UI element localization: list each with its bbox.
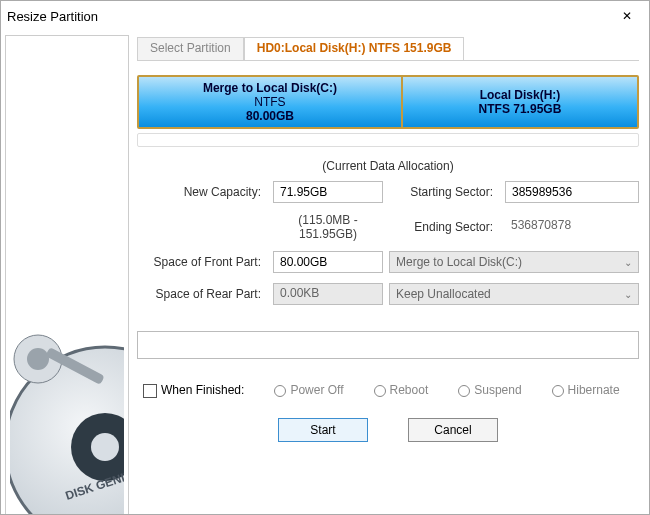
- rear-part-label: Space of Rear Part:: [137, 287, 267, 301]
- starting-sector-input[interactable]: [505, 181, 639, 203]
- front-part-select-value: Merge to Local Disk(C:): [396, 255, 522, 269]
- start-button[interactable]: Start: [278, 418, 368, 442]
- button-row: Start Cancel: [137, 418, 639, 442]
- new-capacity-input[interactable]: [273, 181, 383, 203]
- new-capacity-label: New Capacity:: [137, 185, 267, 199]
- rear-part-value: 0.00KB: [273, 283, 383, 305]
- svg-point-3: [91, 433, 119, 461]
- partition-left-line3: 80.00GB: [246, 109, 294, 123]
- partition-left-line2: NTFS: [254, 95, 285, 109]
- when-finished-label: When Finished:: [161, 383, 244, 397]
- radio-poweroff[interactable]: Power Off: [274, 383, 343, 397]
- cancel-button[interactable]: Cancel: [408, 418, 498, 442]
- status-bar: [137, 331, 639, 359]
- allocation-heading: (Current Data Allocation): [137, 159, 639, 173]
- starting-sector-label: Starting Sector:: [389, 185, 499, 199]
- fields-grid: New Capacity: Starting Sector: (115.0MB …: [137, 181, 639, 305]
- when-finished-row: When Finished: Power Off Reboot Suspend …: [137, 383, 639, 398]
- front-part-label: Space of Front Part:: [137, 255, 267, 269]
- chevron-down-icon: ⌄: [624, 289, 632, 300]
- svg-point-6: [27, 348, 49, 370]
- partition-bar[interactable]: Merge to Local Disk(C:) NTFS 80.00GB Loc…: [137, 75, 639, 129]
- body: DISK GENIUS Select Partition HD0:Local D…: [1, 31, 649, 514]
- front-part-input[interactable]: [273, 251, 383, 273]
- titlebar: Resize Partition ✕: [1, 1, 649, 31]
- ending-sector-value: 536870878: [505, 216, 639, 238]
- front-part-select[interactable]: Merge to Local Disk(C:) ⌄: [389, 251, 639, 273]
- radio-reboot[interactable]: Reboot: [374, 383, 429, 397]
- main-panel: Select Partition HD0:Local Disk(H:) NTFS…: [133, 31, 649, 514]
- sidebar: DISK GENIUS: [5, 35, 129, 515]
- close-button[interactable]: ✕: [611, 4, 643, 28]
- partition-right-line2: NTFS 71.95GB: [479, 102, 562, 116]
- partition-left-line1: Merge to Local Disk(C:): [203, 81, 337, 95]
- radio-hibernate[interactable]: Hibernate: [552, 383, 620, 397]
- when-finished-checkbox[interactable]: When Finished:: [143, 383, 244, 398]
- partition-merge-c[interactable]: Merge to Local Disk(C:) NTFS 80.00GB: [139, 77, 403, 127]
- rear-part-select-value: Keep Unallocated: [396, 287, 491, 301]
- tab-bar: Select Partition HD0:Local Disk(H:) NTFS…: [137, 37, 639, 61]
- partition-right-line1: Local Disk(H:): [480, 88, 561, 102]
- radio-suspend[interactable]: Suspend: [458, 383, 521, 397]
- ending-sector-label: Ending Sector:: [389, 220, 499, 234]
- window-title: Resize Partition: [7, 9, 98, 24]
- rear-part-select[interactable]: Keep Unallocated ⌄: [389, 283, 639, 305]
- capacity-range-hint: (115.0MB - 151.95GB): [273, 213, 383, 241]
- chevron-down-icon: ⌄: [624, 257, 632, 268]
- resize-slider[interactable]: [137, 133, 639, 147]
- close-icon: ✕: [622, 9, 632, 23]
- tab-select-partition[interactable]: Select Partition: [137, 37, 244, 60]
- tab-current-partition[interactable]: HD0:Local Disk(H:) NTFS 151.9GB: [244, 37, 465, 60]
- partition-local-h[interactable]: Local Disk(H:) NTFS 71.95GB: [403, 77, 637, 127]
- disk-illustration: DISK GENIUS: [10, 297, 124, 515]
